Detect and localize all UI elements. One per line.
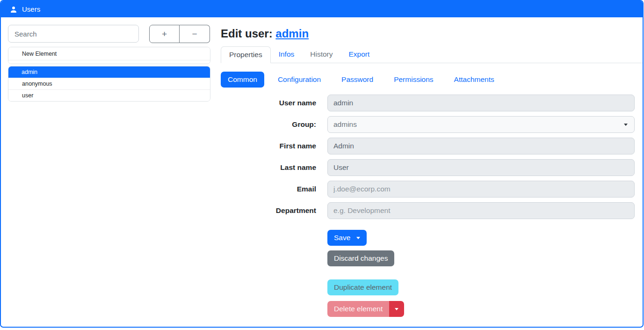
delete-split-button: Delete element [327,301,404,317]
caret-down-icon [624,124,628,126]
form-row-group: Group: admins [221,116,635,133]
list-item-label: New Element [22,51,57,57]
page-title: Edit user: admin [221,27,643,40]
tab-bar: Properties Infos History Export [221,46,643,63]
save-button-label: Save [334,234,350,242]
user-list: admin anonymous user [8,66,210,102]
caret-down-icon [395,308,398,310]
app-title: Users [22,5,40,13]
username-label: User name [221,99,316,107]
lastname-input[interactable] [327,159,635,176]
app-window: Users + − New Element admin [0,0,644,328]
form-row-lastname: Last name [221,159,635,176]
user-form: User name Group: admins First name Last … [221,95,643,219]
email-label: Email [221,185,316,193]
firstname-input[interactable] [327,138,635,154]
firstname-label: First name [221,142,316,150]
group-select[interactable]: admins [327,116,635,133]
search-input[interactable] [8,25,139,43]
group-label: Group: [221,120,316,129]
duplicate-element-button: Duplicate element [327,279,398,295]
tab-infos[interactable]: Infos [271,46,303,63]
main-panel: Edit user: admin Properties Infos Histor… [216,17,643,328]
app-header: Users [1,1,643,17]
form-row-email: Email [221,181,635,198]
save-button[interactable]: Save [327,230,367,246]
form-row-username: User name [221,95,635,111]
list-item-label: admin [22,69,37,75]
delete-dropdown-toggle[interactable] [389,301,404,317]
action-buttons: Save Discard changes Duplicate element D… [327,224,643,317]
form-row-firstname: First name [221,138,635,154]
pill-configuration[interactable]: Configuration [271,72,328,88]
email-field[interactable] [327,181,635,198]
pill-password[interactable]: Password [334,72,380,88]
list-item-label: user [22,92,33,99]
discard-changes-button[interactable]: Discard changes [327,250,394,266]
page-title-prefix: Edit user: [221,27,273,40]
sidebar: + − New Element admin anonymous user [1,17,216,328]
pill-attachments[interactable]: Attachments [447,72,501,88]
group-select-value: admins [333,120,357,129]
username-input[interactable] [327,95,635,111]
tab-export[interactable]: Export [341,46,378,63]
new-element-list: New Element [8,47,210,64]
form-row-department: Department [221,202,635,219]
caret-down-icon [356,237,360,239]
list-item-label: anonymous [22,81,52,87]
lastname-label: Last name [221,163,316,172]
list-item-empty[interactable] [8,60,210,64]
list-item-new-element[interactable]: New Element [8,47,210,60]
list-item-user[interactable]: user [8,89,210,101]
department-label: Department [221,206,316,215]
person-icon [10,6,17,13]
sub-tab-pills: Common Configuration Password Permission… [221,72,643,88]
department-field[interactable] [327,202,635,219]
list-add-remove-group: + − [149,25,210,43]
list-item-admin[interactable]: admin [8,66,210,78]
pill-common[interactable]: Common [221,72,264,88]
add-element-button[interactable]: + [149,25,180,43]
delete-element-button: Delete element [327,301,389,317]
tab-properties[interactable]: Properties [221,46,271,63]
remove-element-button[interactable]: − [180,25,210,43]
list-item-anonymous[interactable]: anonymous [8,78,210,89]
pill-permissions[interactable]: Permissions [387,72,440,88]
tab-history: History [302,46,340,63]
edited-user-link[interactable]: admin [275,27,309,40]
